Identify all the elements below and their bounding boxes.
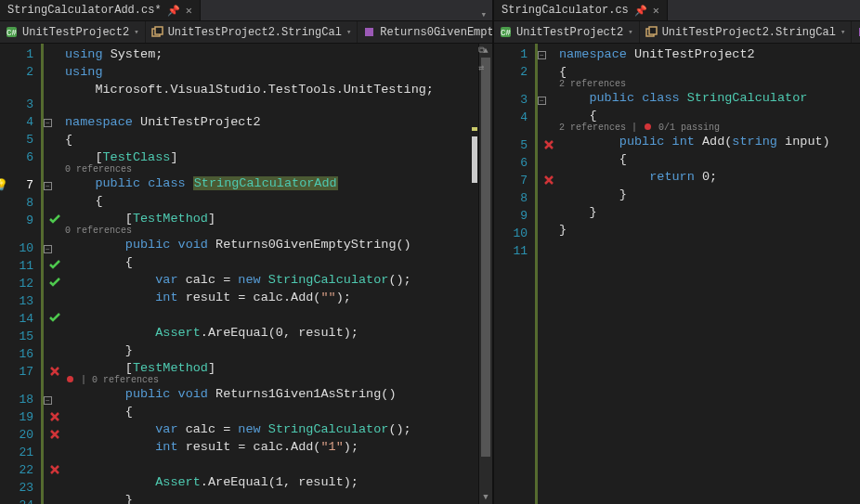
tab-overflow-icon[interactable]: ▾ bbox=[480, 8, 487, 20]
chevron-down-icon: ▾ bbox=[840, 27, 845, 37]
fail-icon bbox=[543, 174, 554, 186]
svg-text:C#: C# bbox=[7, 29, 17, 38]
class-icon bbox=[645, 26, 658, 38]
fold-icon[interactable]: − bbox=[44, 182, 52, 190]
chevron-down-icon: ▾ bbox=[346, 27, 351, 37]
swap-icon[interactable]: ⇄ bbox=[474, 62, 489, 75]
close-icon[interactable]: ✕ bbox=[186, 4, 192, 18]
nav-project[interactable]: C# UnitTestProject2 ▾ bbox=[0, 21, 146, 43]
chevron-down-icon: ▾ bbox=[134, 27, 138, 37]
svg-rect-3 bbox=[155, 27, 163, 34]
code-area[interactable]: namespace UnitTestProject2 { 2 reference… bbox=[559, 44, 860, 504]
pass-icon bbox=[48, 258, 61, 271]
fold-icon[interactable]: − bbox=[538, 51, 546, 59]
right-editor-pane: StringCalculator.cs 📌 ✕ ▾ C# UnitTestPro… bbox=[494, 0, 860, 504]
split-icon[interactable]: ⧉ bbox=[474, 45, 489, 58]
pass-icon bbox=[48, 311, 61, 324]
method-icon bbox=[363, 26, 375, 38]
tab-bar: StringCalculator.cs 📌 ✕ ▾ bbox=[494, 0, 860, 21]
editor-actions: ⧉ ⇄ bbox=[474, 45, 489, 75]
tab-file[interactable]: StringCalculatorAdd.cs* 📌 ✕ bbox=[0, 0, 201, 20]
pin-icon[interactable]: 📌 bbox=[634, 5, 647, 17]
fail-icon bbox=[49, 366, 60, 377]
scroll-down-icon[interactable]: ▼ bbox=[479, 490, 492, 504]
tab-title: StringCalculator.cs bbox=[502, 4, 629, 17]
tab-title: StringCalculatorAdd.cs* bbox=[7, 4, 162, 17]
vertical-scrollbar[interactable]: ▲ ▼ bbox=[478, 44, 492, 504]
line-number-gutter: 12 3456 7💡 89 1011121314151617 181920212… bbox=[0, 44, 41, 504]
nav-breadcrumb: C# UnitTestProject2 ▾ UnitTestProject2.S… bbox=[494, 21, 860, 44]
pin-icon[interactable]: 📌 bbox=[167, 5, 180, 17]
nav-project[interactable]: C# UnitTestProject2 ▾ bbox=[494, 21, 640, 43]
line-number-gutter: 12 34 567891011 bbox=[494, 44, 535, 504]
chevron-down-icon: ▾ bbox=[628, 27, 632, 37]
nav-breadcrumb: C# UnitTestProject2 ▾ UnitTestProject2.S… bbox=[0, 21, 492, 44]
fold-icon[interactable]: − bbox=[44, 396, 52, 405]
nav-method[interactable]: Add bbox=[852, 21, 860, 43]
tab-bar: StringCalculatorAdd.cs* 📌 ✕ ▾ bbox=[0, 0, 492, 21]
fold-icon[interactable]: − bbox=[44, 245, 52, 253]
left-editor-pane: StringCalculatorAdd.cs* 📌 ✕ ▾ C# UnitTes… bbox=[0, 0, 492, 504]
tab-file[interactable]: StringCalculator.cs 📌 ✕ bbox=[494, 0, 668, 20]
class-icon bbox=[151, 26, 163, 38]
nav-method[interactable]: Returns0GivenEmptyString ▾ bbox=[358, 21, 492, 43]
svg-rect-8 bbox=[649, 27, 657, 34]
pass-icon bbox=[48, 213, 61, 226]
overview-ruler[interactable] bbox=[471, 44, 478, 504]
fold-icon[interactable]: − bbox=[538, 97, 546, 105]
fold-icon[interactable]: − bbox=[44, 119, 52, 127]
fail-icon bbox=[543, 139, 554, 150]
fail-icon bbox=[49, 464, 60, 475]
code-editor[interactable]: ⧉ ⇄ 12 3456 7💡 89 1011121314151617 18192… bbox=[0, 44, 492, 504]
code-editor[interactable]: 12 34 567891011 − − namespace UnitTestPr… bbox=[494, 44, 860, 504]
marker-gutter: − − − − bbox=[41, 44, 65, 504]
csharp-project-icon: C# bbox=[6, 26, 18, 38]
nav-class[interactable]: UnitTestProject2.StringCal ▾ bbox=[640, 21, 853, 43]
fail-icon bbox=[49, 411, 60, 422]
fail-icon bbox=[49, 429, 60, 440]
lightbulb-icon[interactable]: 💡 bbox=[0, 177, 8, 195]
svg-text:C#: C# bbox=[501, 29, 511, 38]
csharp-project-icon: C# bbox=[500, 26, 512, 38]
svg-rect-4 bbox=[365, 28, 373, 36]
close-icon[interactable]: ✕ bbox=[653, 4, 659, 18]
code-area[interactable]: using System; using Microsoft.VisualStud… bbox=[65, 44, 471, 504]
pass-icon bbox=[48, 276, 61, 289]
marker-gutter: − − bbox=[535, 44, 559, 504]
class-name-highlight: StringCalculatorAdd bbox=[193, 176, 338, 190]
nav-class[interactable]: UnitTestProject2.StringCal ▾ bbox=[146, 21, 358, 43]
